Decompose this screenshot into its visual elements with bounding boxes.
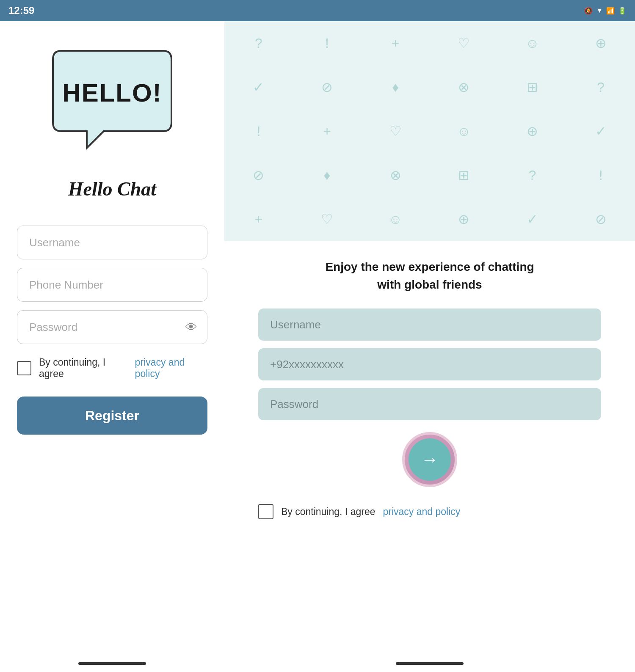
wifi-icon: ▼ — [596, 7, 603, 14]
right-nav-bar — [224, 655, 635, 672]
pattern-cell: ✓ — [498, 197, 567, 241]
pattern-cell: ? — [224, 21, 293, 65]
pattern-cell: ✓ — [224, 65, 293, 109]
pattern-cell: ☺ — [430, 109, 498, 153]
agree-row-left: By continuing, I agree privacy and polic… — [17, 357, 207, 380]
privacy-link-right[interactable]: privacy and policy — [383, 506, 460, 518]
status-icons: 🔕 ▼ 📶 🔋 — [584, 7, 627, 15]
battery-icon: 🔋 — [618, 7, 627, 15]
pattern-cell: ✓ — [566, 109, 635, 153]
pattern-cell: ! — [566, 153, 635, 197]
content-area: HELLO! Hello Chat 👁 By continuing, I agr… — [0, 21, 635, 672]
right-form-area: Enjoy the new experience of chatting wit… — [224, 241, 635, 672]
agree-row-right: By continuing, I agree privacy and polic… — [258, 504, 601, 519]
phone-input-left[interactable] — [17, 268, 207, 302]
notification-icon: 🔕 — [584, 7, 593, 15]
password-input-right[interactable] — [258, 388, 601, 420]
pattern-cell: ! — [224, 109, 293, 153]
pattern-cell: ! — [293, 21, 362, 65]
privacy-link-left[interactable]: privacy and policy — [135, 357, 207, 380]
pattern-cell: ♦ — [293, 153, 362, 197]
username-input-left[interactable] — [17, 226, 207, 259]
eye-icon-left[interactable]: 👁 — [185, 320, 197, 334]
pattern-cell: ⊕ — [430, 197, 498, 241]
pattern-cell: ? — [566, 65, 635, 109]
signal-icon: 📶 — [606, 7, 615, 15]
left-panel: HELLO! Hello Chat 👁 By continuing, I agr… — [0, 21, 224, 672]
pattern-cell: ♡ — [430, 21, 498, 65]
right-panel: ?!+♡☺⊕✓⊘♦⊗⊞?!+♡☺⊕✓⊘♦⊗⊞?!+♡☺⊕✓⊘ Enjoy the… — [224, 21, 635, 672]
pattern-cell: ♦ — [361, 65, 430, 109]
pattern-cell: + — [224, 197, 293, 241]
pattern-cell: ? — [498, 153, 567, 197]
phone-input-right[interactable] — [258, 348, 601, 380]
pattern-cell: ♡ — [293, 197, 362, 241]
pattern-cell: ⊘ — [293, 65, 362, 109]
pattern-cell: ♡ — [361, 109, 430, 153]
right-nav-indicator — [396, 662, 464, 665]
pattern-cell: ⊘ — [224, 153, 293, 197]
pattern-cell: + — [361, 21, 430, 65]
app-title: Hello Chat — [68, 178, 156, 200]
left-form: 👁 By continuing, I agree privacy and pol… — [17, 226, 207, 435]
tagline-line1: Enjoy the new experience of chatting — [325, 260, 534, 273]
svg-text:HELLO!: HELLO! — [62, 79, 162, 107]
password-input-left[interactable] — [17, 310, 207, 344]
go-button-inner: → — [409, 438, 451, 481]
left-nav-bar — [0, 655, 224, 672]
tagline-line2: with global friends — [377, 278, 482, 291]
status-time: 12:59 — [8, 5, 34, 17]
hello-bubble-illustration: HELLO! — [40, 47, 184, 165]
pattern-cell: ⊘ — [566, 197, 635, 241]
pattern-cell: ⊕ — [498, 109, 567, 153]
tagline: Enjoy the new experience of chatting wit… — [325, 258, 534, 294]
pattern-cell: ⊕ — [566, 21, 635, 65]
register-button[interactable]: Register — [17, 397, 207, 435]
pattern-cell: ⊞ — [430, 153, 498, 197]
agree-checkbox-right[interactable] — [258, 504, 273, 519]
status-bar: 12:59 🔕 ▼ 📶 🔋 — [0, 0, 635, 21]
pattern-background: ?!+♡☺⊕✓⊘♦⊗⊞?!+♡☺⊕✓⊘♦⊗⊞?!+♡☺⊕✓⊘ — [224, 21, 635, 241]
left-nav-indicator — [78, 662, 146, 665]
password-wrapper-left: 👁 — [17, 310, 207, 344]
hello-svg: HELLO! — [40, 47, 184, 165]
go-button[interactable]: → — [402, 432, 457, 487]
username-input-right[interactable] — [258, 308, 601, 341]
agree-label-left: By continuing, I agree — [39, 357, 127, 380]
pattern-cell: ⊗ — [361, 153, 430, 197]
pattern-cell: + — [293, 109, 362, 153]
agree-checkbox-left[interactable] — [17, 361, 31, 375]
pattern-cell: ⊗ — [430, 65, 498, 109]
pattern-cell: ⊞ — [498, 65, 567, 109]
pattern-cell: ☺ — [361, 197, 430, 241]
pattern-cell: ☺ — [498, 21, 567, 65]
agree-label-right: By continuing, I agree — [281, 506, 375, 518]
pattern-grid: ?!+♡☺⊕✓⊘♦⊗⊞?!+♡☺⊕✓⊘♦⊗⊞?!+♡☺⊕✓⊘ — [224, 21, 635, 241]
